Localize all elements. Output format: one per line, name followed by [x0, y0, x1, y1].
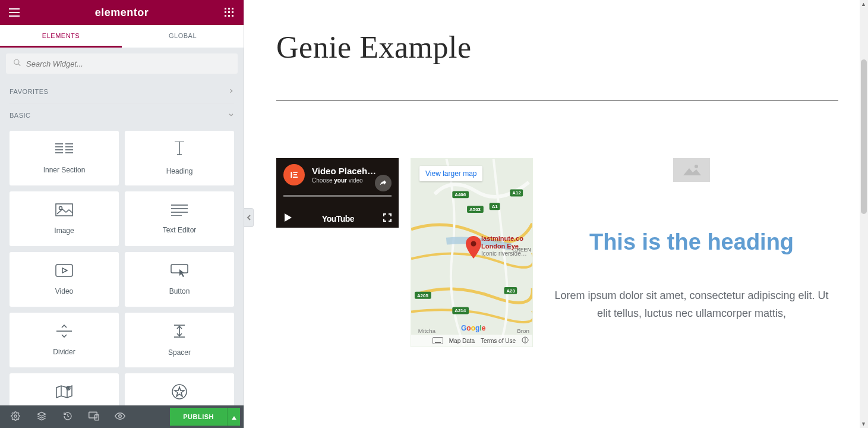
apps-grid-icon[interactable] — [222, 5, 236, 20]
brand-logo: elementor — [95, 7, 149, 19]
svg-point-73 — [695, 165, 698, 168]
svg-marker-47 — [285, 213, 292, 222]
svg-text:A20: A20 — [506, 288, 515, 294]
section-label: BASIC — [10, 112, 31, 119]
share-icon[interactable] — [375, 175, 392, 191]
publish-group: PUBLISH — [170, 408, 240, 426]
svg-marker-42 — [37, 412, 45, 416]
section-favorites[interactable]: FAVORITES — [10, 80, 234, 103]
map-widget[interactable]: A406 A12 A503 A1 A205 A214 A20 Mitcha Br… — [411, 158, 533, 347]
svg-rect-71 — [681, 162, 702, 178]
widget-heading[interactable]: Heading — [125, 131, 234, 185]
svg-point-41 — [14, 415, 17, 417]
text-editor-icon — [171, 204, 188, 218]
widget-spacer[interactable]: Spacer — [125, 313, 234, 367]
widget-label: Heading — [166, 167, 193, 175]
star-icon — [171, 383, 188, 402]
button-icon — [171, 264, 188, 279]
svg-rect-28 — [56, 265, 72, 276]
collapse-panel-button[interactable] — [244, 208, 254, 227]
page-title: Genie Example — [276, 30, 838, 65]
search-input[interactable] — [6, 54, 238, 74]
svg-rect-7 — [228, 15, 230, 17]
publish-options-button[interactable] — [227, 408, 240, 426]
widget-label: Text Editor — [163, 226, 197, 234]
image-icon — [55, 203, 73, 218]
preview-button[interactable] — [108, 408, 132, 426]
report-icon[interactable] — [522, 336, 529, 345]
widget-google-maps[interactable] — [10, 373, 119, 405]
video-widget[interactable]: IΞ Video Placeh… Choose your video YouTu… — [276, 158, 399, 228]
panel-footer: PUBLISH — [0, 405, 244, 428]
chevron-down-icon — [228, 112, 234, 119]
fullscreen-icon[interactable] — [383, 213, 392, 224]
progress-bar[interactable] — [283, 195, 392, 197]
scrollbar-thumb[interactable] — [861, 59, 867, 214]
svg-rect-3 — [225, 11, 226, 13]
section-basic[interactable]: BASIC — [10, 103, 234, 127]
widget-video[interactable]: Video — [10, 252, 119, 307]
scroll-up-icon[interactable]: ▲ — [861, 1, 866, 7]
map-data-link[interactable]: Map Data — [449, 338, 475, 344]
svg-rect-6 — [225, 15, 226, 17]
widget-text-editor[interactable]: Text Editor — [125, 191, 234, 246]
widgets-grid: Inner Section Heading Image — [10, 127, 234, 405]
chevron-right-icon — [228, 88, 234, 95]
svg-text:A406: A406 — [454, 192, 466, 197]
eye-icon — [115, 412, 125, 422]
panel-header: elementor — [0, 0, 244, 25]
play-icon[interactable] — [283, 213, 293, 224]
widget-image[interactable]: Image — [10, 191, 119, 246]
svg-rect-8 — [232, 15, 233, 17]
search-wrap — [0, 48, 244, 80]
widget-label: Spacer — [168, 348, 191, 357]
hamburger-icon[interactable] — [7, 5, 21, 20]
preview-canvas[interactable]: Genie Example IΞ Video Placeh… Choose yo… — [244, 0, 868, 428]
navigator-button[interactable] — [30, 408, 53, 426]
tab-global[interactable]: GLOBAL — [122, 25, 244, 48]
svg-marker-46 — [232, 416, 236, 420]
widget-inner-section[interactable]: Inner Section — [10, 131, 119, 185]
widget-star-rating[interactable] — [125, 373, 234, 405]
image-placeholder[interactable] — [673, 158, 710, 182]
widget-label: Image — [54, 226, 74, 235]
responsive-button[interactable] — [82, 408, 106, 426]
svg-rect-2 — [232, 8, 233, 10]
vertical-scrollbar[interactable]: ▲ ▼ — [860, 0, 868, 428]
terms-link[interactable]: Terms of Use — [481, 338, 516, 344]
svg-point-45 — [119, 414, 122, 417]
view-larger-map-link[interactable]: View larger map — [419, 166, 482, 181]
maps-icon — [55, 384, 73, 401]
settings-button[interactable] — [4, 408, 27, 426]
text-editor-widget[interactable]: Lorem ipsum dolor sit amet, consectetur … — [545, 287, 838, 323]
svg-marker-29 — [62, 268, 67, 273]
keyboard-icon[interactable] — [433, 337, 443, 344]
svg-marker-40 — [175, 387, 184, 396]
widget-label: Button — [169, 287, 190, 295]
scroll-down-icon[interactable]: ▼ — [861, 421, 866, 427]
history-button[interactable] — [56, 408, 80, 426]
widget-divider[interactable]: Divider — [10, 313, 119, 367]
svg-point-67 — [471, 241, 476, 247]
svg-rect-5 — [232, 11, 233, 13]
tab-elements[interactable]: ELEMENTS — [0, 25, 122, 48]
svg-text:A12: A12 — [512, 190, 521, 196]
divider-icon — [56, 325, 72, 339]
content-row: IΞ Video Placeh… Choose your video YouTu… — [276, 158, 838, 347]
svg-rect-1 — [228, 8, 230, 10]
svg-text:Mitcha: Mitcha — [418, 328, 436, 334]
svg-text:A503: A503 — [469, 207, 481, 212]
svg-text:A214: A214 — [454, 308, 466, 313]
spacer-icon — [172, 324, 187, 340]
gear-icon — [11, 411, 20, 423]
heading-widget[interactable]: This is the heading — [545, 229, 838, 256]
column-map: A406 A12 A503 A1 A205 A214 A20 Mitcha Br… — [411, 158, 533, 347]
widget-label: Divider — [53, 348, 75, 356]
google-logo: Google — [461, 324, 485, 332]
widget-button[interactable]: Button — [125, 252, 234, 307]
svg-point-38 — [68, 388, 69, 389]
publish-button[interactable]: PUBLISH — [170, 408, 227, 426]
video-title: Video Placeh… — [312, 166, 376, 176]
svg-rect-22 — [56, 204, 72, 216]
video-icon — [55, 264, 73, 279]
